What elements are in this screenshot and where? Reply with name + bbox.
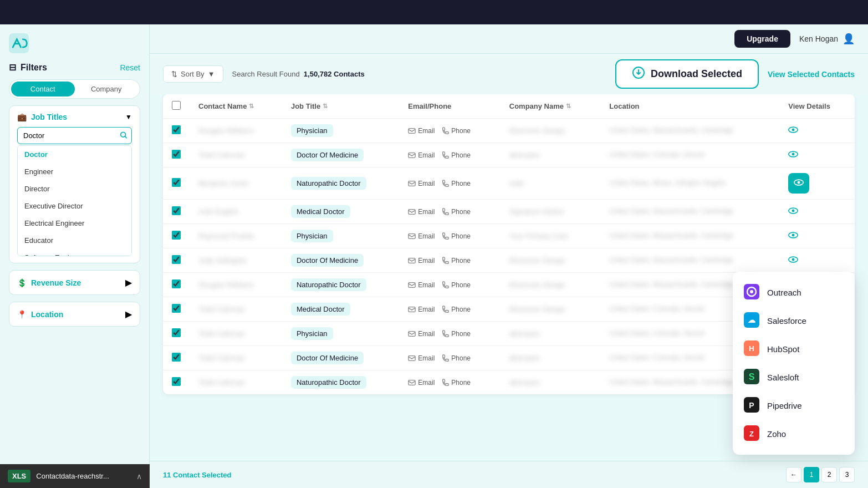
job-title-search-icon-btn[interactable] bbox=[120, 131, 127, 140]
zoho-logo-icon: Z bbox=[744, 425, 759, 443]
th-job-title[interactable]: Job Title ⇅ bbox=[282, 94, 399, 119]
row-checkbox[interactable] bbox=[172, 231, 181, 240]
page-btn-1[interactable]: 1 bbox=[804, 467, 819, 482]
job-title-option[interactable]: Executive Director bbox=[18, 197, 131, 215]
revenue-size-section[interactable]: 💲 Revenue Size ▶ bbox=[9, 270, 140, 295]
sort-by-button[interactable]: ⇅ Sort By ▼ bbox=[163, 65, 223, 83]
prev-page-btn[interactable]: ← bbox=[786, 467, 801, 482]
table-row: Ariel EnglishMedical Doctor Email Phone … bbox=[163, 200, 855, 224]
email-badge[interactable]: Email bbox=[408, 151, 435, 159]
integration-dropdown: Outreach ☁ Salesforce H HubSpot S Salesl… bbox=[733, 272, 855, 455]
topbar bbox=[0, 0, 868, 24]
view-selected-button[interactable]: View Selected Contacts bbox=[768, 70, 855, 79]
location-section[interactable]: 📍 Location ▶ bbox=[9, 302, 140, 327]
email-badge[interactable]: Email bbox=[408, 379, 435, 387]
phone-badge[interactable]: Phone bbox=[441, 232, 471, 240]
phone-badge[interactable]: Phone bbox=[441, 354, 471, 362]
row-checkbox[interactable] bbox=[172, 279, 181, 288]
table-row: Judy GallagherDoctor Of Medicine Email P… bbox=[163, 248, 855, 273]
app-logo bbox=[9, 33, 140, 53]
th-company-name[interactable]: Company Name ⇅ bbox=[501, 94, 601, 119]
email-badge[interactable]: Email bbox=[408, 180, 435, 187]
download-selected-button[interactable]: Download Selected bbox=[615, 59, 759, 89]
integration-item-salesloft[interactable]: S Salesloft bbox=[733, 363, 855, 392]
search-result-text: Search Result Found 1,50,782 Contacts bbox=[232, 70, 607, 78]
job-title-cell: Physician bbox=[291, 124, 333, 137]
job-title-option[interactable]: Educator bbox=[18, 232, 131, 249]
page-btn-3[interactable]: 3 bbox=[839, 467, 855, 482]
chevron-right-icon: ▶ bbox=[125, 277, 132, 288]
phone-badge[interactable]: Phone bbox=[441, 208, 471, 216]
location-cell: United States, Massachusetts, Cambridge bbox=[609, 378, 733, 386]
job-title-cell: Doctor Of Medicine bbox=[291, 254, 364, 267]
integration-item-zoho[interactable]: Z Zoho bbox=[733, 420, 855, 448]
location-cell: United States, Colorado, Denver bbox=[609, 305, 705, 313]
integration-item-pipedrive[interactable]: P Pipedrive bbox=[733, 392, 855, 420]
phone-badge[interactable]: Phone bbox=[441, 281, 471, 289]
job-title-search-input[interactable] bbox=[17, 127, 132, 144]
row-checkbox[interactable] bbox=[172, 377, 181, 386]
job-titles-header[interactable]: 💼 Job Titles ▼ bbox=[17, 113, 132, 121]
job-title-cell: Naturopathic Doctor bbox=[291, 177, 366, 190]
job-title-option[interactable]: Doctor bbox=[18, 146, 131, 163]
row-checkbox[interactable] bbox=[172, 178, 181, 187]
user-info: Ken Hogan 👤 bbox=[799, 33, 855, 45]
view-details-highlighted-btn[interactable] bbox=[788, 173, 809, 194]
row-checkbox[interactable] bbox=[172, 150, 181, 159]
email-badge[interactable]: Email bbox=[408, 127, 435, 135]
pin-icon: 📍 bbox=[17, 310, 27, 319]
row-checkbox[interactable] bbox=[172, 304, 181, 313]
view-details-btn[interactable] bbox=[788, 125, 798, 136]
page-btn-2[interactable]: 2 bbox=[821, 467, 837, 482]
integration-item-salesforce[interactable]: ☁ Salesforce bbox=[733, 307, 855, 335]
email-badge[interactable]: Email bbox=[408, 306, 435, 313]
phone-badge[interactable]: Phone bbox=[441, 151, 471, 159]
view-details-btn[interactable] bbox=[788, 206, 798, 217]
company-toggle-btn[interactable]: Company bbox=[75, 82, 139, 96]
integration-item-outreach[interactable]: Outreach bbox=[733, 278, 855, 307]
sort-icon-name: ⇅ bbox=[249, 103, 254, 110]
row-checkbox[interactable] bbox=[172, 255, 181, 264]
svg-text:P: P bbox=[749, 401, 754, 410]
job-title-option[interactable]: Software Engineer bbox=[18, 249, 131, 256]
contacts-selected-count: 11 Contact Selected bbox=[163, 471, 232, 479]
phone-badge[interactable]: Phone bbox=[441, 127, 471, 135]
salesloft-logo-icon: S bbox=[744, 369, 759, 386]
svg-rect-21 bbox=[409, 282, 415, 287]
phone-badge[interactable]: Phone bbox=[441, 306, 471, 313]
phone-badge[interactable]: Phone bbox=[441, 379, 471, 387]
row-checkbox[interactable] bbox=[172, 125, 181, 134]
email-phone-cell: Email Phone bbox=[408, 208, 491, 216]
job-title-option[interactable]: Electrical Engineer bbox=[18, 215, 131, 232]
integration-item-hubspot[interactable]: H HubSpot bbox=[733, 335, 855, 363]
th-contact-name[interactable]: Contact Name ⇅ bbox=[190, 94, 282, 119]
phone-badge[interactable]: Phone bbox=[441, 257, 471, 265]
upgrade-button[interactable]: Upgrade bbox=[734, 30, 790, 48]
job-title-option[interactable]: Director bbox=[18, 180, 131, 197]
taskbar: XLS Contactdata-reachstr... ∧ bbox=[0, 464, 150, 488]
email-badge[interactable]: Email bbox=[408, 330, 435, 338]
taskbar-close-btn[interactable]: ∧ bbox=[136, 472, 142, 481]
view-details-btn[interactable] bbox=[788, 149, 798, 161]
phone-badge[interactable]: Phone bbox=[441, 180, 471, 187]
phone-badge[interactable]: Phone bbox=[441, 330, 471, 338]
reset-button[interactable]: Reset bbox=[120, 63, 140, 72]
row-checkbox[interactable] bbox=[172, 328, 181, 337]
row-checkbox[interactable] bbox=[172, 353, 181, 362]
email-badge[interactable]: Email bbox=[408, 232, 435, 240]
filters-header: ⊟ Filters Reset bbox=[9, 62, 140, 73]
email-badge[interactable]: Email bbox=[408, 354, 435, 362]
job-title-option[interactable]: Engineer bbox=[18, 163, 131, 180]
contact-toggle-btn[interactable]: Contact bbox=[11, 82, 75, 96]
email-badge[interactable]: Email bbox=[408, 208, 435, 216]
header-actions: Upgrade Ken Hogan 👤 bbox=[734, 30, 855, 48]
email-badge[interactable]: Email bbox=[408, 257, 435, 265]
location-title: 📍 Location bbox=[17, 310, 63, 319]
view-details-btn[interactable] bbox=[788, 255, 798, 266]
select-all-checkbox[interactable] bbox=[172, 101, 181, 110]
row-checkbox[interactable] bbox=[172, 206, 181, 215]
email-badge[interactable]: Email bbox=[408, 281, 435, 289]
view-details-btn[interactable] bbox=[788, 230, 798, 242]
job-title-cell: Medical Doctor bbox=[291, 205, 350, 218]
salesforce-label: Salesforce bbox=[767, 316, 806, 326]
